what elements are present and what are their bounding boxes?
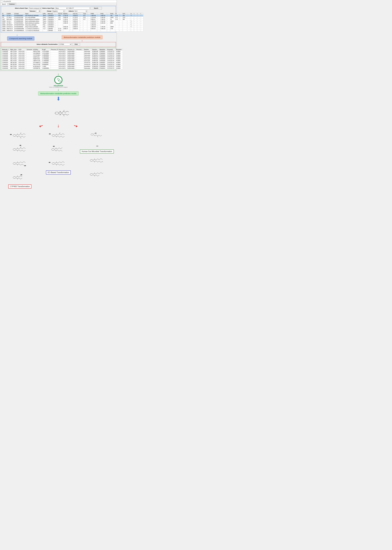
- table-row[interactable]: 321117-84-0DTXSID1021956Di-n-octyl phtha…: [2, 17, 143, 18]
- table-row[interactable]: 1655254454-95-4DTXSID50969618"1-(7-Octyl…: [2, 30, 143, 32]
- results-col-header[interactable]: ...: [80, 13, 83, 15]
- table-row[interactable]: C24H38O5406.271924...InChI=1S/C2...VEVSW…: [2, 52, 123, 54]
- cell: ...: [133, 24, 137, 26]
- input-type-select[interactable]: Mass: [55, 7, 68, 9]
- metab-col-header[interactable]: Precursor_A...: [76, 49, 84, 50]
- metab-col-header[interactable]: Precursor_In...: [58, 49, 67, 50]
- metab-col-header[interactable]: Major_Isotop...: [10, 49, 18, 50]
- charge-select[interactable]: Negative: [52, 10, 65, 12]
- cell: ...: [140, 24, 143, 26]
- cell: 3.94E-06: [63, 17, 69, 18]
- metab-col-header[interactable]: Reaction_ID: [92, 49, 99, 50]
- results-col-header[interactable]: HLB (h): [58, 13, 63, 15]
- cell: -: [90, 30, 97, 32]
- results-col-header[interactable]: ...: [127, 13, 130, 15]
- metab-col-header[interactable]: Synonyms: [26, 49, 33, 50]
- results-col-header[interactable]: Molecular f...: [47, 13, 55, 15]
- results-col-header[interactable]: Oral rat LD...: [73, 13, 80, 15]
- table-row[interactable]: C24H38O5406.271924...InChI=1S/C2...ALSKJ…: [2, 65, 123, 67]
- table-row[interactable]: C24H38O5406.271924...InChI=1S/C2...FNBFF…: [2, 58, 123, 60]
- results-col-header[interactable]: ...: [87, 13, 90, 15]
- table-row[interactable]: 20456131-15-7DTXSID0051655Bis(1-methylhe…: [2, 20, 143, 22]
- metab-col-header[interactable]: Precursor_In...: [67, 49, 76, 50]
- results-table[interactable]: IDCASRNDTXSIDNameIUPA...Molecular f.....…: [2, 13, 143, 32]
- search-button[interactable]: Search: [90, 7, 102, 9]
- tolerance-input[interactable]: [36, 10, 41, 12]
- svg-point-2: [60, 115, 60, 115]
- table-row[interactable]: 2045961702-81-6DTXSID2069492Hexyl isodec…: [2, 26, 143, 28]
- tab-database[interactable]: Database: [8, 3, 16, 5]
- results-col-header[interactable]: SEEM3 (...: [63, 13, 69, 15]
- results-col-header[interactable]: PrHQ: [100, 13, 107, 15]
- cell: Terminal de...: [84, 64, 92, 65]
- results-col-header[interactable]: DTXSID: [14, 13, 25, 15]
- cell: HUMAN: [116, 62, 123, 64]
- table-row[interactable]: 20457137-89-3DTXSID7024619Bis(2-ethylhex…: [2, 22, 143, 24]
- metab-col-header[interactable]: ALogP: [42, 49, 51, 50]
- table-row[interactable]: C24H38O5406.271924...InChI=1S/C2...FAPSL…: [2, 50, 123, 52]
- biotrans-select-label: Select a Metabolic Transformation:: [37, 43, 58, 45]
- table-row[interactable]: C24H36O4388.261359...InChI=1S/C2...HGLVL…: [2, 64, 123, 65]
- search-type-select[interactable]: Parent compound: [29, 7, 42, 9]
- cell: [119, 26, 122, 28]
- cell: -0.51319999...: [42, 52, 51, 54]
- table-row[interactable]: 2045825724-58-7DTXSID70874013Hexyl decyl…: [2, 24, 143, 26]
- metab-col-header[interactable]: Metabolite_ID: [99, 49, 107, 50]
- mass-input[interactable]: [69, 7, 90, 9]
- table-row[interactable]: 320117-81-7DTXSID5020607Di(2-ethylhexyl)…: [2, 15, 143, 17]
- results-col-header[interactable]: CASRN: [6, 13, 14, 15]
- cell: ...: [107, 17, 110, 18]
- cell: C24H38O5: [2, 60, 10, 62]
- table-row[interactable]: C24H38O5406.271924...InChI=1S/C2...XEWPU…: [2, 56, 123, 58]
- results-col-header[interactable]: Toxpi: [83, 13, 87, 15]
- results-col-header[interactable]: ...: [107, 13, 110, 15]
- results-col-header[interactable]: ...: [55, 13, 58, 15]
- svg-marker-21: [90, 174, 93, 175]
- results-col-header[interactable]: ...: [69, 13, 73, 15]
- results-col-header[interactable]: ...: [97, 13, 100, 15]
- cell: HUMAN: [116, 60, 123, 62]
- results-col-header[interactable]: I...: [140, 13, 143, 15]
- results-col-header[interactable]: IUPA...: [42, 13, 47, 15]
- biotrans-click-button[interactable]: Click: [72, 43, 80, 46]
- metabolite-table[interactable]: Molecular_fo...Major_Isotop...InChISynon…: [2, 49, 123, 69]
- results-col-header[interactable]: ID: [2, 13, 6, 15]
- cell: -0.74580000...: [42, 58, 51, 60]
- results-col-header[interactable]: ...: [119, 13, 122, 15]
- cell: 10856: [110, 20, 115, 22]
- metab-col-header[interactable]: Enzyme(s): [107, 49, 116, 50]
- table-row[interactable]: C24H38O5406.271924...InChI=1S/C2...VVVVP…: [2, 54, 123, 56]
- metab-col-header[interactable]: Precursor_ID: [51, 49, 58, 50]
- cell: VEVSWAOR...: [33, 52, 42, 54]
- biotrans-module-label: Biotransformation metabolite prediction …: [62, 35, 103, 39]
- cell: InChI=1S/C2...: [18, 58, 26, 60]
- results-col-header[interactable]: PrRfD: [90, 13, 97, 15]
- results-col-header[interactable]: PrHQ...: [110, 13, 115, 15]
- cell: 406.271924...: [10, 65, 18, 67]
- cell: Di(2-ethylhexyl) phthalate: [25, 15, 42, 17]
- cell: ...: [133, 22, 137, 24]
- metab-col-header[interactable]: Reaction: [84, 49, 92, 50]
- results-col-header[interactable]: I...: [137, 13, 140, 15]
- results-col-header[interactable]: I...: [133, 13, 137, 15]
- svg-marker-20: [90, 160, 93, 161]
- results-col-header[interactable]: Name: [25, 13, 42, 15]
- results-col-header[interactable]: RI Ra...: [122, 13, 127, 15]
- biotrans-select[interactable]: CYP450: [59, 43, 71, 45]
- table-row[interactable]: C24H38O5406.271924...InChI=1S/C2...IVDPS…: [2, 67, 123, 69]
- metab-col-header[interactable]: Biosystem: [116, 49, 123, 50]
- cell: 236: [122, 15, 127, 17]
- cell: HUMAN: [116, 56, 123, 58]
- tab-search[interactable]: Search: [0, 3, 7, 5]
- metab-col-header[interactable]: InChI: [18, 49, 26, 50]
- table-row[interactable]: 1654654547-81-8DTXSID80202969"1-(7-Hexyl…: [2, 28, 143, 30]
- table-row[interactable]: C24H38O5406.271924...InChI=1S/C2...VIBHV…: [2, 60, 123, 62]
- table-row[interactable]: C24H36O4388.261359...InChI=1S/C2...DTVIJ…: [2, 62, 123, 64]
- metab-col-header[interactable]: InChIKey: [33, 49, 42, 50]
- metab-col-header[interactable]: Molecular_fo...: [2, 49, 10, 50]
- table-row[interactable]: 10476422-86-2DTXSID7027625Bis(2-ethylhex…: [2, 18, 143, 20]
- adducts-select[interactable]: M-H: [75, 10, 87, 12]
- results-col-header[interactable]: In...: [130, 13, 133, 15]
- results-col-header[interactable]: RI: [115, 13, 119, 15]
- cell: ...: [130, 18, 133, 20]
